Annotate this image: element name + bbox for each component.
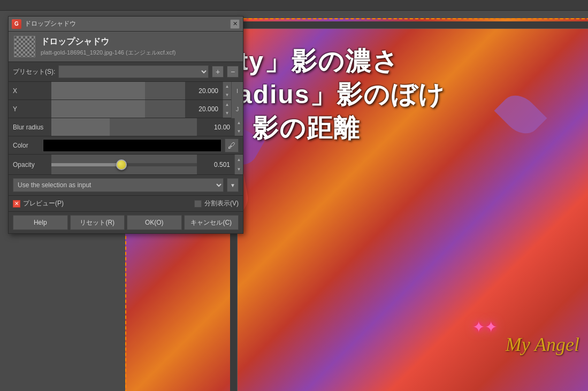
dialog-header-icon: [14, 36, 35, 57]
sparkle-effect: [472, 318, 488, 334]
opacity-thumb[interactable]: [116, 159, 127, 170]
x-slider[interactable]: [51, 82, 185, 99]
x-input-row: X 20.000 ▲ ▼ I: [9, 82, 243, 100]
x-spin-down[interactable]: ▼: [223, 91, 231, 100]
preset-remove-button[interactable]: −: [227, 66, 239, 78]
split-label: 分割表示(V): [204, 199, 239, 208]
blur-spinners: ▲ ▼: [234, 118, 243, 136]
y-side-btn[interactable]: J: [231, 100, 243, 118]
color-label: Color: [13, 142, 40, 149]
preview-checkbox-label[interactable]: ✕ プレビュー(P): [13, 199, 64, 208]
preset-label: プリセット(S):: [13, 67, 55, 76]
ruler-top: [238, 21, 588, 29]
blur-input-row: Blur radius 10.00 ▲ ▼: [9, 118, 243, 136]
x-side-btn[interactable]: I: [231, 82, 243, 100]
preset-select[interactable]: [58, 65, 209, 78]
opacity-fill: [51, 163, 124, 166]
opacity-slider[interactable]: [51, 155, 197, 174]
opacity-spinners: ▲ ▼: [234, 155, 243, 174]
drop-shadow-dialog: G ドロップシャドウ ✕ ドロップシャドウ platt-gold-186961_…: [8, 16, 243, 234]
y-value: 20.000: [185, 105, 223, 113]
blur-spin-up[interactable]: ▲: [234, 118, 243, 127]
dialog-title-icon: G: [12, 19, 21, 29]
bottom-controls: ✕ プレビュー(P) 分割表示(V): [9, 196, 243, 212]
opacity-spin-down[interactable]: ▼: [234, 165, 243, 175]
opacity-spin-up[interactable]: ▲: [234, 155, 243, 165]
blur-slider[interactable]: [51, 118, 197, 136]
blur-spin-down[interactable]: ▼: [234, 127, 243, 136]
dialog-title-icon-text: G: [14, 21, 19, 27]
y-spin-down[interactable]: ▼: [223, 109, 231, 118]
opacity-row: Opacity 0.501 ▲ ▼: [9, 155, 243, 175]
opacity-value: 0.501: [197, 161, 234, 168]
ok-button[interactable]: OK(O): [127, 215, 182, 230]
selection-row: Use the selection as input ▼: [9, 175, 243, 196]
preview-checkbox-icon: ✕: [13, 200, 20, 208]
leaf-decoration-4: [494, 88, 547, 141]
dialog-header-info: ドロップシャドウ platt-gold-186961_1920.jpg-146 …: [41, 36, 238, 57]
preset-add-button[interactable]: +: [212, 66, 224, 78]
titlebar-left: G ドロップシャドウ: [12, 19, 76, 29]
y-input-row: Y 20.000 ▲ ▼ J: [9, 100, 243, 118]
selection-select[interactable]: Use the selection as input: [13, 178, 224, 192]
blur-value: 10.00: [197, 124, 234, 131]
y-spinners: ▲ ▼: [223, 100, 231, 118]
x-value: 20.000: [185, 87, 223, 95]
y-spin-up[interactable]: ▲: [223, 100, 231, 109]
color-row: Color 🖋: [9, 136, 243, 155]
cancel-button[interactable]: キャンセル(C): [184, 215, 239, 230]
dialog-title-text: ドロップシャドウ: [25, 19, 76, 28]
top-toolbar: [0, 0, 588, 11]
opacity-label: Opacity: [9, 161, 51, 168]
y-label: Y: [9, 105, 51, 113]
dialog-header-subtitle: platt-gold-186961_1920.jpg-146 (エンジェルxcf…: [41, 49, 238, 57]
reset-button[interactable]: リセット(R): [70, 215, 125, 230]
dialog-header: ドロップシャドウ platt-gold-186961_1920.jpg-146 …: [9, 32, 243, 62]
selection-chevron-button[interactable]: ▼: [227, 178, 239, 192]
split-checkbox-label[interactable]: 分割表示(V): [194, 199, 239, 208]
close-button[interactable]: ✕: [230, 19, 240, 29]
color-preview[interactable]: [43, 139, 222, 152]
x-label: X: [9, 87, 51, 95]
color-picker-button[interactable]: 🖋: [225, 139, 239, 152]
preview-label: プレビュー(P): [23, 199, 64, 208]
help-button[interactable]: Help: [13, 215, 68, 230]
action-buttons: Help リセット(R) OK(O) キャンセル(C): [9, 212, 243, 233]
x-spin-up[interactable]: ▲: [223, 82, 231, 91]
blur-label: Blur radius: [9, 124, 51, 131]
dialog-titlebar: G ドロップシャドウ ✕: [9, 17, 243, 32]
split-checkbox-icon: [194, 200, 202, 208]
y-slider[interactable]: [51, 100, 185, 118]
dialog-header-title: ドロップシャドウ: [41, 36, 238, 48]
canvas-watermark: My Angel: [506, 333, 579, 356]
dialog-content: プリセット(S): + − X 20.000 ▲ ▼ I Y 20.000: [9, 62, 243, 233]
x-spinners: ▲ ▼: [223, 82, 231, 99]
preset-row: プリセット(S): + −: [9, 62, 243, 82]
